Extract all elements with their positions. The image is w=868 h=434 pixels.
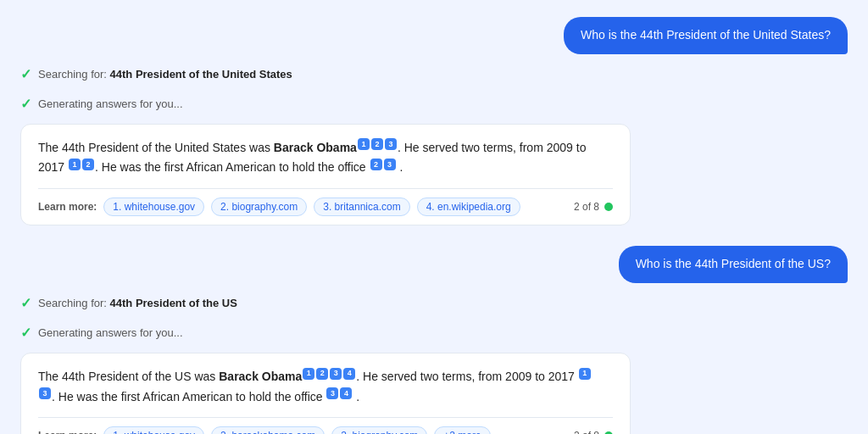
search-label-2: Searching for: 44th President of the US (38, 297, 237, 309)
cite-1-4: 1 (69, 159, 81, 170)
generating-label-1: Generating answers for you... (38, 97, 183, 110)
more-chip-2[interactable]: +2 more (434, 426, 490, 434)
check-icon-2: ✓ (20, 96, 31, 112)
generating-label-2: Generating answers for you... (38, 326, 183, 339)
cite-1-1: 1 (358, 138, 370, 150)
cite-1-5: 2 (82, 159, 94, 170)
answer-card-2: The 44th President of the US was Barack … (20, 353, 631, 434)
check-icon-1: ✓ (20, 66, 31, 82)
answer-text-1: The 44th President of the United States … (38, 138, 613, 179)
cite-2-5: 1 (579, 368, 591, 380)
cite-1-2: 2 (371, 138, 383, 150)
check-icon-3: ✓ (20, 295, 31, 311)
source-chip-1-3[interactable]: 3. britannica.com (314, 198, 409, 216)
learn-more-bar-1: Learn more: 1. whitehouse.gov 2. biograp… (38, 188, 613, 225)
learn-more-label-1: Learn more: (38, 201, 97, 213)
cite-2-8: 4 (340, 387, 352, 399)
source-chip-2-1[interactable]: 1. whitehouse.gov (103, 426, 204, 434)
source-chip-2-3[interactable]: 3. biography.com (331, 426, 427, 434)
search-status-2: ✓ Searching for: 44th President of the U… (20, 293, 848, 313)
cite-2-6: 3 (39, 387, 51, 399)
chat-container: Who is the 44th President of the United … (0, 0, 868, 434)
cite-2-1: 1 (303, 368, 314, 380)
cite-1-3: 3 (385, 138, 397, 150)
answer-card-1: The 44th President of the United States … (20, 124, 631, 226)
check-icon-4: ✓ (20, 325, 31, 341)
user-bubble-2: Who is the 44th President of the US? (619, 246, 848, 283)
cite-2-3: 3 (330, 368, 342, 380)
source-chip-1-4[interactable]: 4. en.wikipedia.org (417, 198, 520, 216)
cite-2-7: 3 (326, 387, 338, 399)
generating-status-2: ✓ Generating answers for you... (20, 323, 848, 342)
generating-status-1: ✓ Generating answers for you... (20, 94, 848, 114)
source-chip-2-2[interactable]: 2. barackobama.com (211, 426, 325, 434)
cite-2-2: 2 (316, 368, 328, 380)
cite-1-6: 2 (370, 159, 382, 170)
learn-more-label-2: Learn more: (38, 430, 97, 434)
count-badge-1: 2 of 8 (574, 201, 613, 213)
answer-text-2: The 44th President of the US was Barack … (38, 367, 613, 408)
search-label-1: Searching for: 44th President of the Uni… (38, 68, 292, 81)
user-query-2: Who is the 44th President of the US? (636, 257, 831, 270)
learn-more-bar-2: Learn more: 1. whitehouse.gov 2. baracko… (38, 417, 613, 434)
cite-2-4: 4 (343, 368, 355, 380)
user-query-1: Who is the 44th President of the United … (581, 28, 831, 42)
green-dot-1 (604, 203, 613, 211)
user-message-row-1: Who is the 44th President of the United … (20, 17, 848, 54)
source-chip-1-1[interactable]: 1. whitehouse.gov (103, 198, 204, 216)
count-badge-2: 3 of 8 (574, 430, 613, 434)
search-status-1: ✓ Searching for: 44th President of the U… (20, 64, 848, 84)
user-message-row-2: Who is the 44th President of the US? (20, 246, 848, 283)
source-chip-1-2[interactable]: 2. biography.com (211, 198, 307, 216)
user-bubble-1: Who is the 44th President of the United … (564, 17, 848, 54)
cite-1-7: 3 (384, 159, 396, 170)
